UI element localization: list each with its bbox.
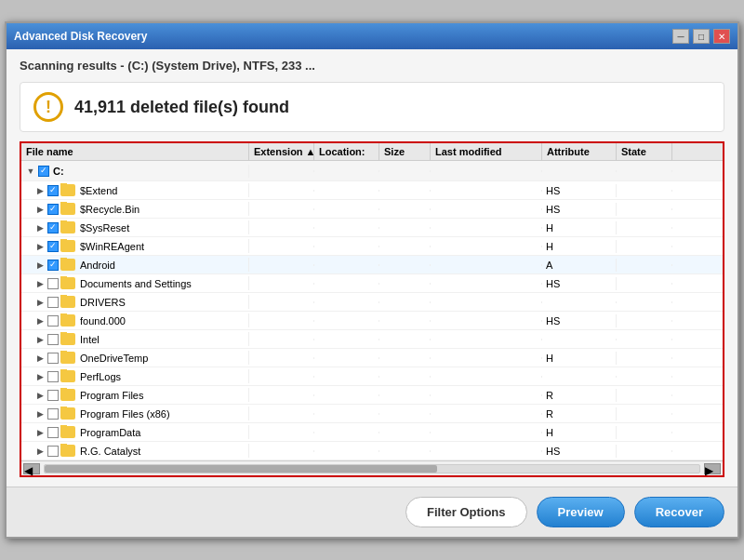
attribute-cell: H	[542, 221, 617, 234]
scroll-right-btn[interactable]: ▶	[704, 463, 721, 474]
restore-button[interactable]: □	[693, 29, 710, 44]
col-location: Location:	[314, 143, 379, 160]
close-button[interactable]: ✕	[713, 29, 730, 44]
table-row: ▶ $SysReset H	[21, 219, 723, 237]
folder-icon	[60, 333, 75, 345]
row-checkbox[interactable]	[47, 353, 59, 364]
expand-icon[interactable]: ▶	[34, 371, 46, 382]
folder-icon	[60, 389, 75, 401]
row-checkbox[interactable]	[47, 278, 59, 289]
expand-icon[interactable]: ▶	[34, 408, 46, 420]
expand-icon[interactable]: ▶	[34, 390, 46, 401]
expand-icon[interactable]: ▶	[34, 241, 46, 252]
expand-icon[interactable]: ▶	[34, 315, 46, 327]
expand-icon[interactable]: ▶	[34, 427, 46, 438]
row-checkbox[interactable]	[47, 185, 59, 196]
scroll-thumb[interactable]	[45, 465, 437, 473]
scan-info: Scanning results - (C:) (System Drive), …	[20, 59, 724, 73]
expand-icon[interactable]: ▶	[34, 185, 46, 196]
table-row: ▶ $Extend HS	[21, 181, 723, 200]
table-row: ▼ C:	[21, 161, 723, 181]
expand-icon[interactable]: ▶	[34, 334, 46, 345]
file-name-cell: ▶ Program Files (x86)	[21, 407, 249, 420]
row-checkbox[interactable]	[47, 371, 59, 382]
table-row: ▶ DRIVERS	[21, 293, 723, 312]
folder-icon	[60, 240, 75, 252]
expand-icon[interactable]: ▼	[25, 166, 36, 177]
file-name-cell: ▶ $WinREAgent	[21, 239, 249, 253]
col-modified: Last modified	[431, 143, 542, 160]
expand-icon[interactable]: ▶	[34, 297, 46, 308]
file-name-cell: ▶ Program Files	[21, 388, 249, 402]
folder-icon	[60, 352, 75, 364]
table-row: ▶ Program Files (x86) R	[21, 405, 723, 423]
row-checkbox[interactable]	[47, 390, 59, 401]
folder-icon	[60, 203, 75, 215]
scroll-track[interactable]	[44, 464, 700, 473]
table-row: ▶ $Recycle.Bin HS	[21, 200, 723, 219]
table-row: ▶ R.G. Catalyst HS	[21, 442, 723, 460]
folder-icon	[60, 296, 75, 308]
row-label: $Extend	[80, 185, 117, 196]
row-checkbox[interactable]	[47, 334, 59, 345]
main-window: Advanced Disk Recovery ─ □ ✕ Scanning re…	[5, 21, 739, 539]
window-body: Scanning results - (C:) (System Drive), …	[7, 49, 737, 487]
row-checkbox[interactable]	[47, 297, 59, 308]
window-controls: ─ □ ✕	[672, 29, 730, 44]
file-name-cell: ▶ ProgramData	[21, 425, 249, 439]
attribute-cell: HS	[542, 203, 617, 216]
expand-icon[interactable]: ▶	[34, 278, 46, 289]
row-checkbox[interactable]	[47, 260, 59, 271]
row-checkbox[interactable]	[47, 222, 59, 233]
row-checkbox[interactable]	[47, 408, 59, 420]
expand-icon[interactable]: ▶	[34, 446, 46, 457]
file-name-cell: ▶ Android	[21, 258, 249, 272]
table-row: ▶ Program Files R	[21, 386, 723, 405]
minimize-button[interactable]: ─	[672, 29, 689, 44]
tree-body[interactable]: ▼ C: ▶ $E	[21, 161, 723, 460]
row-label: PerfLogs	[80, 371, 121, 382]
expand-icon[interactable]: ▶	[34, 260, 46, 271]
recover-button[interactable]: Recover	[634, 497, 724, 527]
file-name-cell: ▶ $SysReset	[21, 220, 249, 234]
file-name-cell: ▼ C:	[21, 165, 249, 178]
row-label: $Recycle.Bin	[80, 204, 140, 215]
attribute-cell: R	[542, 389, 617, 402]
row-checkbox[interactable]	[47, 427, 59, 438]
folder-icon	[60, 314, 75, 327]
file-name-cell: ▶ $Extend	[21, 183, 249, 197]
row-checkbox[interactable]	[47, 204, 59, 215]
col-size: Size	[379, 143, 431, 160]
attribute-cell	[542, 339, 617, 340]
col-extension[interactable]: Extension ▲	[249, 143, 314, 160]
expand-icon[interactable]: ▶	[34, 204, 46, 215]
row-checkbox[interactable]	[47, 241, 59, 252]
row-label: found.000	[80, 315, 126, 327]
row-label: $WinREAgent	[80, 241, 144, 252]
row-label: R.G. Catalyst	[80, 446, 140, 457]
folder-icon	[60, 426, 75, 438]
row-label: Documents and Settings	[80, 278, 192, 289]
row-checkbox[interactable]	[38, 166, 49, 177]
expand-icon[interactable]: ▶	[34, 353, 46, 364]
horizontal-scrollbar[interactable]: ◀ ▶	[21, 460, 723, 475]
row-checkbox[interactable]	[47, 315, 59, 327]
row-checkbox[interactable]	[47, 446, 59, 457]
row-label: Android	[80, 260, 115, 271]
table-row: ▶ PerfLogs	[21, 367, 723, 386]
attribute-cell: H	[542, 352, 617, 365]
preview-button[interactable]: Preview	[537, 497, 625, 527]
expand-icon[interactable]: ▶	[34, 222, 46, 233]
row-label: Program Files	[80, 390, 143, 401]
folder-icon	[60, 184, 75, 196]
title-bar: Advanced Disk Recovery ─ □ ✕	[7, 23, 737, 49]
filter-options-button[interactable]: Filter Options	[405, 497, 527, 527]
attribute-cell: H	[542, 426, 617, 439]
file-name-cell: ▶ Intel	[21, 332, 249, 346]
row-label: DRIVERS	[80, 297, 126, 308]
file-name-cell: ▶ found.000	[21, 313, 249, 327]
result-banner: ! 41,911 deleted file(s) found	[20, 82, 724, 132]
col-filename: File name	[21, 143, 249, 160]
col-attribute: Attribute	[542, 143, 617, 160]
scroll-left-btn[interactable]: ◀	[23, 463, 40, 474]
